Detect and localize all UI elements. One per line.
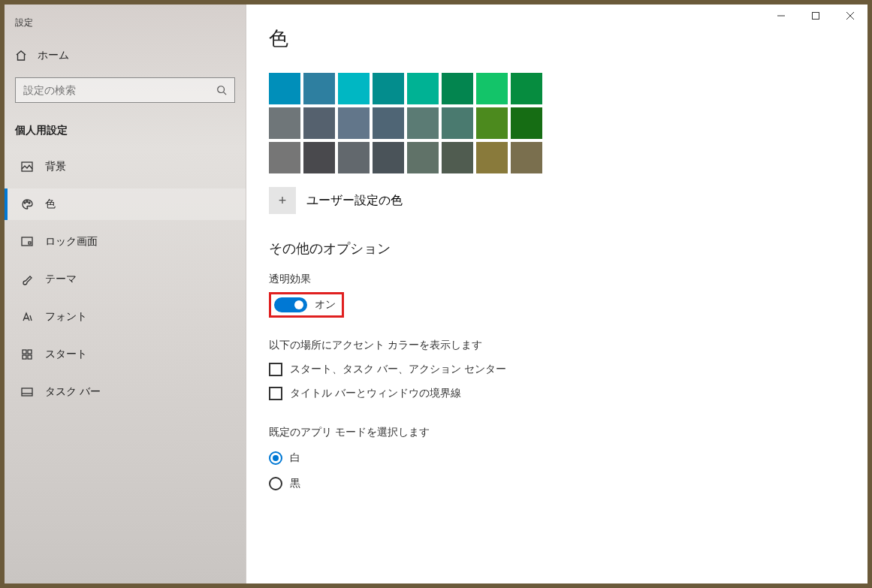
color-swatch[interactable] — [303, 107, 335, 139]
sidebar-item-label: ロック画面 — [45, 235, 98, 249]
svg-point-2 — [24, 202, 26, 204]
color-swatch[interactable] — [476, 142, 508, 173]
sidebar-item-label: スタート — [45, 348, 87, 361]
radio-icon — [269, 451, 282, 465]
start-icon — [21, 348, 33, 360]
window-controls — [764, 5, 867, 27]
lockscreen-icon — [21, 236, 33, 248]
sidebar-item-label: 背景 — [45, 160, 66, 173]
settings-window: 設定 ホーム 個人用設定 背景 色 ロック画面 テーマ フォント — [5, 5, 867, 583]
svg-point-4 — [29, 202, 30, 204]
svg-point-3 — [26, 201, 28, 203]
toggle-knob — [294, 300, 303, 309]
color-swatch[interactable] — [373, 142, 404, 173]
sidebar-item-lockscreen[interactable]: ロック画面 — [5, 226, 246, 258]
page-title: 色 — [269, 26, 837, 52]
transparency-state-label: オン — [315, 298, 336, 312]
sidebar-item-background[interactable]: 背景 — [5, 151, 246, 182]
color-swatch[interactable] — [338, 73, 370, 104]
home-icon — [15, 50, 27, 62]
paintbrush-icon — [21, 273, 33, 285]
sidebar-item-label: タスク バー — [45, 385, 101, 399]
color-swatch[interactable] — [407, 107, 439, 139]
appmode-radio-dark[interactable]: 黒 — [269, 477, 837, 490]
taskbar-icon — [21, 386, 33, 398]
sidebar-item-taskbar[interactable]: タスク バー — [5, 376, 246, 408]
color-swatch[interactable] — [442, 107, 473, 139]
transparency-toggle[interactable] — [274, 297, 307, 312]
color-swatch[interactable] — [269, 73, 300, 104]
accent-check-titlebars[interactable]: タイトル バーとウィンドウの境界線 — [269, 387, 837, 400]
svg-rect-7 — [23, 350, 26, 354]
color-swatch[interactable] — [373, 107, 404, 139]
color-swatch[interactable] — [511, 142, 542, 173]
picture-icon — [21, 161, 33, 173]
checkbox-icon — [269, 363, 282, 376]
search-icon — [216, 85, 227, 95]
radio-icon — [269, 477, 282, 490]
color-swatch[interactable] — [338, 107, 370, 139]
checkbox-label: タイトル バーとウィンドウの境界線 — [290, 387, 461, 400]
svg-rect-9 — [23, 355, 26, 359]
transparency-label: 透明効果 — [269, 273, 837, 286]
color-swatch[interactable] — [269, 142, 300, 173]
other-options-heading: その他のオプション — [269, 240, 837, 258]
font-icon — [21, 311, 33, 323]
app-title: 設定 — [5, 12, 246, 43]
sidebar-item-label: 色 — [45, 198, 56, 211]
color-swatch[interactable] — [407, 142, 439, 173]
sidebar-item-label: フォント — [45, 310, 87, 324]
accent-heading: 以下の場所にアクセント カラーを表示します — [269, 339, 837, 352]
color-swatch[interactable] — [407, 73, 439, 104]
custom-color-label: ユーザー設定の色 — [306, 193, 403, 209]
sidebar-item-start[interactable]: スタート — [5, 339, 246, 370]
color-swatch[interactable] — [476, 73, 508, 104]
palette-icon — [21, 198, 33, 210]
plus-icon: + — [269, 187, 296, 214]
custom-color-button[interactable]: + ユーザー設定の色 — [269, 187, 837, 214]
minimize-button[interactable] — [764, 5, 798, 27]
color-swatch[interactable] — [303, 73, 335, 104]
svg-rect-6 — [29, 242, 31, 244]
sidebar: 設定 ホーム 個人用設定 背景 色 ロック画面 テーマ フォント — [5, 5, 246, 583]
sidebar-section-label: 個人用設定 — [5, 118, 246, 151]
svg-rect-11 — [22, 388, 32, 396]
sidebar-item-fonts[interactable]: フォント — [5, 301, 246, 333]
svg-rect-13 — [813, 13, 819, 20]
color-swatch[interactable] — [373, 73, 404, 104]
appmode-radio-light[interactable]: 白 — [269, 451, 837, 465]
search-box[interactable] — [15, 77, 235, 103]
color-swatch[interactable] — [476, 107, 508, 139]
home-button[interactable]: ホーム — [5, 43, 246, 74]
color-swatch[interactable] — [511, 107, 542, 139]
radio-label: 黒 — [290, 477, 300, 490]
svg-rect-8 — [28, 350, 32, 354]
checkbox-label: スタート、タスク バー、アクション センター — [290, 363, 506, 376]
maximize-button[interactable] — [798, 5, 833, 27]
color-swatch[interactable] — [338, 142, 370, 173]
svg-point-0 — [218, 86, 225, 93]
sidebar-item-colors[interactable]: 色 — [5, 188, 246, 220]
checkbox-icon — [269, 387, 282, 400]
radio-label: 白 — [290, 451, 300, 465]
home-label: ホーム — [38, 49, 69, 62]
search-input[interactable] — [23, 84, 216, 96]
sidebar-item-themes[interactable]: テーマ — [5, 264, 246, 295]
accent-check-start-taskbar[interactable]: スタート、タスク バー、アクション センター — [269, 363, 837, 376]
color-swatch[interactable] — [269, 107, 300, 139]
color-swatch[interactable] — [442, 73, 473, 104]
color-swatch[interactable] — [511, 73, 542, 104]
content-pane: 色 + ユーザー設定の色 その他のオプション 透明効果 オン 以下の場所にアクセ… — [246, 5, 867, 583]
color-swatch[interactable] — [442, 142, 473, 173]
svg-rect-10 — [28, 355, 32, 359]
transparency-toggle-highlight: オン — [269, 292, 344, 318]
color-swatch[interactable] — [303, 142, 335, 173]
accent-color-grid — [269, 73, 837, 173]
appmode-heading: 既定のアプリ モードを選択します — [269, 426, 837, 439]
sidebar-item-label: テーマ — [45, 273, 77, 286]
close-button[interactable] — [833, 5, 867, 27]
